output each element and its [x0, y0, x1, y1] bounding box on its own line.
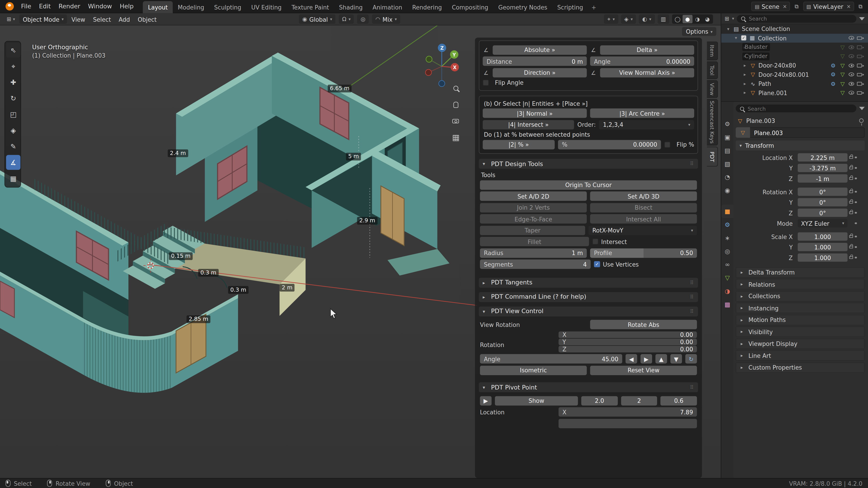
editor-type-selector[interactable]: ⊞ ▾ [3, 13, 19, 25]
zoom-button[interactable] [451, 83, 460, 93]
section-motion-paths[interactable]: ▸Motion Paths [736, 315, 865, 325]
annotate-tool[interactable]: ✎ [6, 139, 21, 154]
pdt-normal-button[interactable]: |3| Normal » [483, 108, 587, 118]
tab-texture[interactable]: ▩ [721, 298, 734, 311]
cursor-tool[interactable]: ⌖ [6, 59, 21, 74]
new-scene-icon[interactable]: ⧉ [795, 3, 798, 9]
hide-eye-icon[interactable] [848, 36, 854, 40]
remove-view-layer-icon[interactable]: ✕ [846, 4, 850, 9]
section-custom-properties[interactable]: ▸Custom Properties [736, 362, 865, 373]
options-button[interactable]: Options ▾ [682, 27, 717, 36]
disable-render-icon[interactable] [857, 82, 862, 86]
gizmos-toggle[interactable]: ◈ ▾ [621, 14, 636, 24]
grip-icon[interactable]: ⠿ [690, 294, 694, 300]
tab-render[interactable]: ▣ [721, 131, 734, 144]
outliner-row-door-240x80-001[interactable]: ▸ ▽ Door-240x80.001 ⚙ ▽ [721, 70, 868, 79]
disable-render-icon[interactable] [857, 55, 862, 58]
menu-view[interactable]: View [68, 13, 88, 25]
animate-decorator[interactable] [855, 222, 857, 224]
sidebar-tab-pdt[interactable]: PDT [707, 147, 718, 166]
taper-button[interactable]: Taper [480, 225, 585, 235]
tab-modifiers[interactable]: ⚙ [721, 218, 734, 231]
flip-percent-checkbox[interactable] [664, 141, 671, 148]
workspace-tab-uv-editing[interactable]: UV Editing [246, 1, 286, 13]
pivot-location-x-field[interactable]: X 7.89 [559, 407, 697, 417]
workspace-tab-texture-paint[interactable]: Texture Paint [287, 1, 334, 13]
section-instancing[interactable]: ▸Instancing [736, 303, 865, 313]
shading-rendered-icon[interactable]: ◕ [703, 15, 712, 23]
animate-decorator[interactable] [855, 191, 857, 193]
tab-physics[interactable]: ◎ [721, 245, 734, 258]
pdt-view-normal-button[interactable]: View Normal Axis » [600, 68, 694, 77]
pdt-direction-button[interactable]: Direction » [493, 68, 587, 77]
outliner-row-path[interactable]: ▸ ∿ Path ⚙ ▽ [721, 79, 868, 88]
tab-scene[interactable]: ◔ [721, 170, 734, 184]
section-line-art[interactable]: ▸Line Art [736, 350, 865, 361]
menu-file[interactable]: File [17, 0, 35, 13]
tab-particles[interactable]: ∗ [721, 231, 734, 245]
lock-icon[interactable] [849, 201, 853, 203]
gizmo-x-axis[interactable]: X [451, 63, 459, 71]
section-collections[interactable]: ▸Collections [736, 291, 865, 301]
pdt-tangents-header[interactable]: ▸ PDT Tangents ⠿ [479, 278, 698, 287]
tab-object-data[interactable]: ▽ [721, 271, 734, 285]
isometric-button[interactable]: Isometric [480, 365, 587, 375]
hide-eye-icon[interactable] [848, 82, 854, 86]
3d-viewport[interactable]: 6.65 m 2.4 m 5 m 2.9 m 0.15 m 0.3 m 0.3 … [0, 26, 721, 478]
animate-decorator[interactable] [855, 246, 857, 248]
workspace-tab-layout[interactable]: Layout [143, 1, 173, 13]
camera-view-button[interactable] [451, 116, 460, 126]
workspace-tab-geometry-nodes[interactable]: Geometry Nodes [493, 1, 552, 13]
proportional-edit-toggle[interactable]: ◎ [358, 14, 369, 24]
section-visibility[interactable]: ▸Visibility [736, 326, 865, 337]
animate-decorator[interactable] [855, 257, 857, 259]
outliner-row-cylinder[interactable]: ▸ ◯ Cylinder ▽ [721, 52, 868, 61]
expand-icon[interactable]: ▾ [734, 35, 739, 40]
hide-eye-icon[interactable] [848, 72, 854, 76]
profile-slider[interactable]: Profile 0.50 [590, 248, 697, 258]
scene-selector[interactable]: ▤ Scene ✕ [751, 2, 790, 11]
rotation-x-field[interactable]: 0° [798, 188, 847, 196]
animate-decorator[interactable] [855, 236, 857, 238]
sidebar-tab-tool[interactable]: Tool [707, 61, 718, 79]
reset-view-button[interactable]: Reset View [590, 365, 697, 375]
rotate-down-button[interactable]: ▼ [671, 354, 682, 363]
pdt-percent-field[interactable]: % 0.00000 [558, 140, 661, 149]
gizmo-z-neg-axis[interactable] [438, 80, 445, 87]
view-rotation-x-field[interactable]: X 0.00 [559, 331, 697, 338]
pdt-delta-button[interactable]: Delta » [600, 45, 694, 55]
lock-icon[interactable] [849, 156, 853, 159]
lock-icon[interactable] [849, 235, 853, 238]
new-view-layer-icon[interactable]: ⧉ [859, 3, 862, 9]
scale-y-field[interactable]: 1.000 [798, 243, 847, 251]
blender-logo-icon[interactable] [5, 2, 14, 11]
gizmo-y-neg-axis[interactable] [426, 56, 432, 62]
toggle-ortho-button[interactable] [451, 133, 460, 143]
snap-toggle[interactable]: Ω ▾ [339, 14, 354, 24]
transform-panel-header[interactable]: ▾ Transform [736, 140, 865, 151]
pdt-command-line-header[interactable]: ▸ PDT Command Line (? for help) ⠿ [479, 292, 698, 302]
expand-icon[interactable]: ▸ [742, 63, 747, 68]
tab-world[interactable]: ◉ [721, 184, 734, 197]
disable-render-icon[interactable] [857, 73, 862, 76]
measure-tool[interactable]: ∡ [6, 155, 21, 170]
pivot-size-field[interactable]: 2.0 [581, 396, 618, 405]
workspace-tab-shading[interactable]: Shading [334, 1, 368, 13]
pdt-arc-centre-button[interactable]: |3| Arc Centre » [590, 108, 694, 118]
section-relations[interactable]: ▸Relations [736, 279, 865, 289]
pivot-show-button[interactable]: Show [495, 396, 578, 405]
disable-render-icon[interactable] [857, 91, 862, 95]
expand-icon[interactable]: ▾ [726, 26, 731, 31]
hide-eye-icon[interactable] [848, 55, 854, 58]
grip-icon[interactable]: ⠿ [690, 308, 694, 314]
set-ad-2d-button[interactable]: Set A/D 2D [480, 191, 587, 201]
transform-orientation-dropdown[interactable]: ◉ Global ▾ [299, 14, 336, 24]
intersect-all-button[interactable]: Intersect All [590, 214, 697, 224]
scale-x-field[interactable]: 1.000 [798, 232, 847, 241]
falloff-dropdown[interactable]: ◠ Mix ▾ [372, 14, 400, 24]
view-layer-selector[interactable]: ▧ ViewLayer ✕ [803, 2, 854, 11]
disable-render-icon[interactable] [857, 36, 862, 40]
edge-to-face-button[interactable]: Edge-To-Face [480, 214, 587, 224]
scale-tool[interactable]: ◰ [6, 107, 21, 122]
object-name-field[interactable]: Plane.003 [750, 127, 865, 138]
